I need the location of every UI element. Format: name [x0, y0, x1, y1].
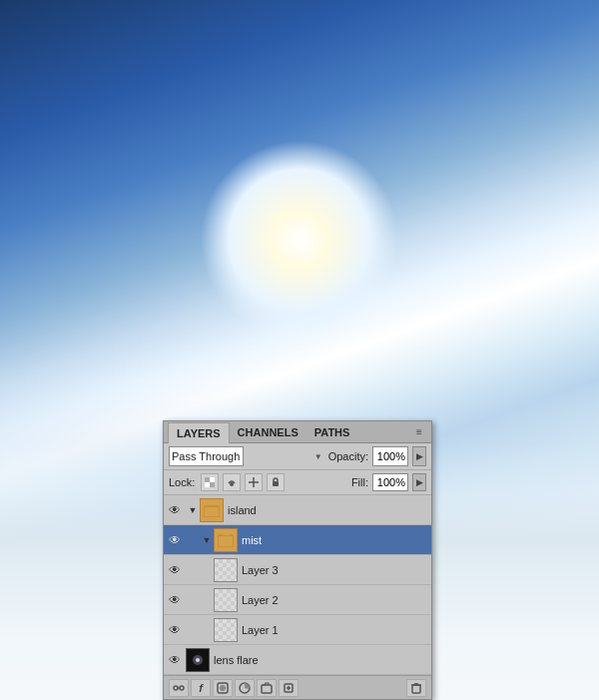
svg-rect-0 [205, 477, 210, 482]
panel-body: LAYERS CHANNELS PATHS ≡ Pass Through Nor… [163, 420, 432, 700]
layer-thumbnail [200, 498, 224, 522]
layer-row[interactable]: 👁 Layer 2 [164, 585, 431, 615]
new-layer-btn[interactable] [279, 679, 299, 697]
svg-rect-9 [218, 535, 234, 547]
tab-channels[interactable]: CHANNELS [230, 421, 306, 442]
layer-thumbnail [214, 588, 238, 612]
layer-row[interactable]: 👁 Layer 3 [164, 555, 431, 585]
layer-row[interactable]: 👁 Layer 1 [164, 615, 431, 645]
layers-list: 👁 ▼ island 👁 ▼ mist 👁 [164, 495, 431, 675]
fill-arrow[interactable]: ▶ [412, 473, 426, 491]
add-mask-btn[interactable] [213, 679, 233, 697]
svg-point-17 [220, 685, 226, 691]
layer-visibility-icon[interactable]: 👁 [164, 555, 186, 585]
fill-input[interactable] [372, 473, 408, 491]
opacity-label: Opacity: [328, 450, 368, 462]
tab-bar: LAYERS CHANNELS PATHS ≡ [164, 421, 431, 443]
opacity-input[interactable] [372, 446, 408, 466]
sun-glow [200, 140, 399, 340]
svg-point-4 [230, 482, 234, 486]
add-style-btn[interactable]: f [191, 679, 211, 697]
svg-point-14 [180, 686, 184, 690]
blend-mode-select[interactable]: Pass Through Normal Multiply Screen Over… [169, 446, 244, 466]
svg-rect-19 [262, 685, 272, 693]
tab-layers[interactable]: LAYERS [168, 422, 230, 443]
layer-thumbnail [214, 618, 238, 642]
layer-expand-icon[interactable]: ▼ [186, 503, 200, 517]
new-fill-btn[interactable] [235, 679, 255, 697]
opacity-arrow[interactable]: ▶ [412, 446, 426, 466]
svg-rect-3 [205, 482, 210, 487]
layer-thumbnail [214, 528, 238, 552]
lock-label: Lock: [169, 476, 195, 488]
layer-thumbnail [186, 648, 210, 672]
blend-mode-arrow: ▼ [314, 452, 322, 461]
layer-thumbnail [214, 558, 238, 582]
layer-visibility-icon[interactable]: 👁 [164, 615, 186, 645]
layer-name: Layer 2 [242, 594, 427, 606]
svg-rect-8 [204, 506, 220, 517]
svg-point-12 [196, 658, 200, 662]
layers-panel: LAYERS CHANNELS PATHS ≡ Pass Through Nor… [163, 420, 432, 700]
layer-visibility-icon[interactable]: 👁 [164, 525, 186, 555]
layer-name: Layer 1 [242, 624, 427, 636]
layer-name: lens flare [214, 654, 427, 666]
svg-rect-2 [210, 477, 215, 482]
link-layers-btn[interactable] [169, 679, 189, 697]
tab-paths[interactable]: PATHS [306, 421, 358, 442]
lock-image-btn[interactable] [223, 473, 241, 491]
svg-point-13 [174, 686, 178, 690]
layer-visibility-icon[interactable]: 👁 [164, 585, 186, 615]
lock-transparent-btn[interactable] [201, 473, 219, 491]
blend-mode-row: Pass Through Normal Multiply Screen Over… [164, 443, 431, 470]
new-group-btn[interactable] [257, 679, 277, 697]
layer-name: island [228, 504, 427, 516]
svg-rect-7 [273, 481, 279, 486]
delete-layer-btn[interactable] [406, 679, 426, 697]
bottom-toolbar: f [164, 675, 431, 699]
lock-row: Lock: [164, 470, 431, 495]
lock-position-btn[interactable] [245, 473, 263, 491]
layer-visibility-icon[interactable]: 👁 [164, 645, 186, 675]
layer-row[interactable]: 👁 ▼ island [164, 495, 431, 525]
svg-rect-1 [210, 482, 215, 487]
layer-name: Layer 3 [242, 564, 427, 576]
fill-label: Fill: [351, 476, 368, 488]
layer-visibility-icon[interactable]: 👁 [164, 495, 186, 525]
layer-row[interactable]: 👁 ▼ mist [164, 525, 431, 555]
lock-all-btn[interactable] [267, 473, 285, 491]
layer-name: mist [242, 534, 427, 546]
layer-row[interactable]: 👁 lens flare [164, 645, 431, 675]
layer-expand-icon[interactable]: ▼ [200, 533, 214, 547]
blend-mode-wrapper: Pass Through Normal Multiply Screen Over… [169, 446, 324, 466]
panel-menu-icon[interactable]: ≡ [411, 424, 427, 440]
svg-rect-23 [412, 685, 420, 693]
svg-rect-25 [414, 683, 418, 685]
